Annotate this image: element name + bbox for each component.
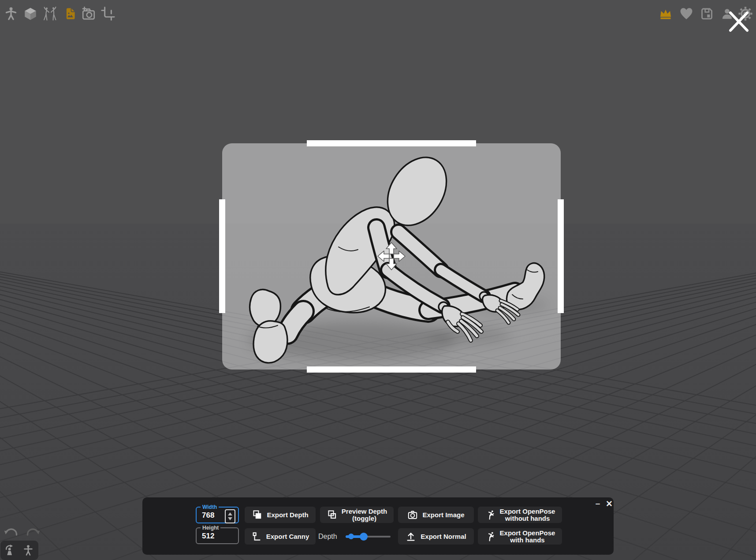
heart-icon xyxy=(679,6,694,21)
poses-library-button[interactable] xyxy=(41,6,58,21)
preview-depth-button[interactable]: Preview Depth (toggle) xyxy=(320,507,394,523)
add-camera-button[interactable] xyxy=(81,6,96,21)
panel-minimize-button[interactable]: – xyxy=(593,499,603,508)
button-label: Export Image xyxy=(422,511,464,519)
reset-pose-icon xyxy=(4,544,17,556)
width-value: 768 xyxy=(202,511,214,520)
upload-arrow-icon xyxy=(406,531,416,542)
cube-icon xyxy=(23,6,38,21)
width-input[interactable]: Width 768 xyxy=(196,507,239,523)
depth-slider[interactable] xyxy=(346,528,391,545)
export-depth-button[interactable]: Export Depth xyxy=(245,507,316,523)
stepper-down-icon[interactable] xyxy=(228,517,232,520)
crop-icon xyxy=(101,6,115,21)
export-normal-button[interactable]: Export Normal xyxy=(398,528,474,545)
button-label: Export Depth xyxy=(267,511,308,519)
depth-slider-start-dot xyxy=(348,534,354,539)
button-label: Preview Depth (toggle) xyxy=(342,508,387,522)
width-label: Width xyxy=(201,504,219,510)
pose-figure-button[interactable] xyxy=(4,6,19,21)
camera-icon xyxy=(407,510,418,520)
layers-outline-icon xyxy=(327,510,337,520)
app-window: Width 768 Height 512 Export Depth Previe… xyxy=(0,0,756,560)
dancers-icon xyxy=(41,6,58,21)
undo-icon xyxy=(4,526,19,537)
depth-slider-thumb[interactable] xyxy=(360,533,368,541)
camera-add-icon xyxy=(81,6,96,21)
export-openpose-without-hands-button[interactable]: Export OpenPose without hands xyxy=(478,507,562,523)
export-image-button[interactable]: Export Image xyxy=(398,507,474,523)
crop-frame-button[interactable] xyxy=(101,6,115,21)
export-openpose-with-hands-button[interactable]: Export OpenPose with hands xyxy=(478,528,562,545)
width-stepper[interactable] xyxy=(225,509,235,523)
export-canny-button[interactable]: Export Canny xyxy=(245,528,316,545)
button-label: Export OpenPose with hands xyxy=(500,530,555,544)
canny-corner-icon xyxy=(251,531,262,542)
close-x-icon xyxy=(725,8,752,34)
premium-button[interactable] xyxy=(659,6,673,21)
crown-icon xyxy=(659,6,673,21)
panel-close-button[interactable]: ✕ xyxy=(604,499,614,508)
height-value: 512 xyxy=(202,532,214,541)
figure-icon xyxy=(22,544,34,556)
depth-slider-label: Depth xyxy=(318,528,337,545)
redo-button[interactable] xyxy=(26,526,41,538)
button-label: Export Canny xyxy=(266,533,309,540)
undo-button[interactable] xyxy=(4,526,19,538)
props-cube-button[interactable] xyxy=(23,6,38,21)
save-button[interactable] xyxy=(700,6,714,21)
button-label: Export Normal xyxy=(421,533,466,540)
reset-pose-button[interactable] xyxy=(4,544,17,556)
save-floppy-icon xyxy=(700,6,714,21)
openpose-figure-icon xyxy=(485,531,495,542)
viewport-3d[interactable] xyxy=(0,0,756,560)
image-file-icon xyxy=(63,6,77,21)
openpose-figure-icon xyxy=(485,510,495,520)
export-image-file-button[interactable] xyxy=(63,6,77,21)
figure-icon xyxy=(4,6,19,21)
height-label: Height xyxy=(201,525,220,531)
layers-filled-icon xyxy=(252,510,262,520)
close-viewer-button[interactable] xyxy=(725,8,752,34)
default-figure-button[interactable] xyxy=(22,544,34,556)
button-label: Export OpenPose without hands xyxy=(500,508,555,522)
favorites-button[interactable] xyxy=(679,6,694,21)
redo-icon xyxy=(26,526,41,537)
stepper-up-icon[interactable] xyxy=(228,512,232,515)
height-input[interactable]: Height 512 xyxy=(196,527,239,544)
